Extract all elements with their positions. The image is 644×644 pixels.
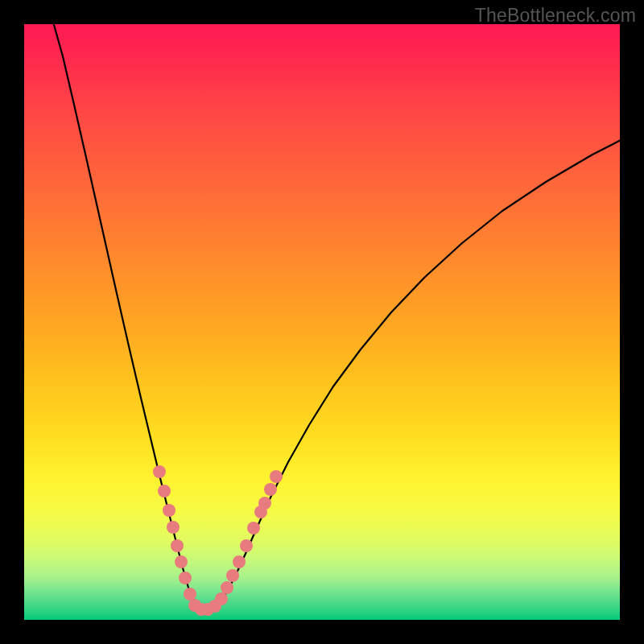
highlight-dot xyxy=(153,465,166,478)
chart-overlay-svg xyxy=(24,24,620,620)
bottleneck-curve xyxy=(52,24,620,610)
highlight-dots xyxy=(153,465,283,616)
highlight-dot xyxy=(258,497,271,510)
highlight-dot xyxy=(226,569,239,582)
highlight-dot xyxy=(270,470,283,483)
highlight-dot xyxy=(163,504,175,517)
plot-area xyxy=(24,24,620,620)
highlight-dot xyxy=(240,539,253,552)
highlight-dot xyxy=(247,522,260,535)
highlight-dot xyxy=(184,588,196,601)
highlight-dot xyxy=(167,521,180,534)
highlight-dot xyxy=(179,572,192,584)
highlight-dot xyxy=(171,539,184,552)
highlight-dot xyxy=(215,592,228,605)
highlight-dot xyxy=(233,555,246,568)
watermark-text: TheBottleneck.com xyxy=(475,5,636,27)
highlight-dot xyxy=(264,483,277,496)
highlight-dot xyxy=(221,581,233,594)
chart-frame: TheBottleneck.com xyxy=(0,0,644,644)
highlight-dot xyxy=(158,485,171,497)
highlight-dot xyxy=(175,555,188,568)
